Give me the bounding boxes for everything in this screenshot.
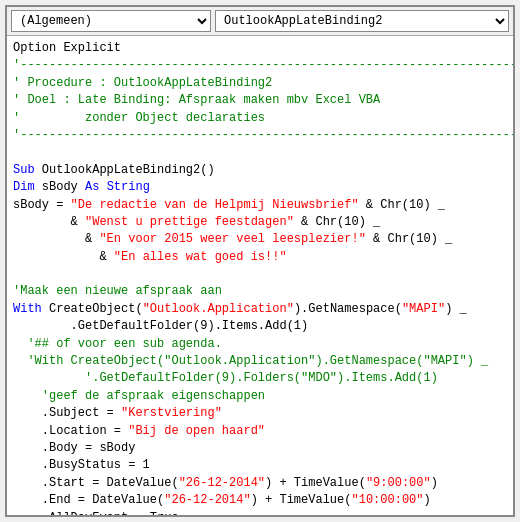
- scope-dropdown[interactable]: (Algemeen): [11, 10, 211, 32]
- procedure-dropdown[interactable]: OutlookAppLateBinding2: [215, 10, 509, 32]
- toolbar: (Algemeen) OutlookAppLateBinding2: [7, 7, 513, 36]
- code-area: Option Explicit '-----------------------…: [7, 36, 513, 515]
- code-editor[interactable]: Option Explicit '-----------------------…: [7, 36, 513, 515]
- vba-editor-window: (Algemeen) OutlookAppLateBinding2 Option…: [5, 5, 515, 517]
